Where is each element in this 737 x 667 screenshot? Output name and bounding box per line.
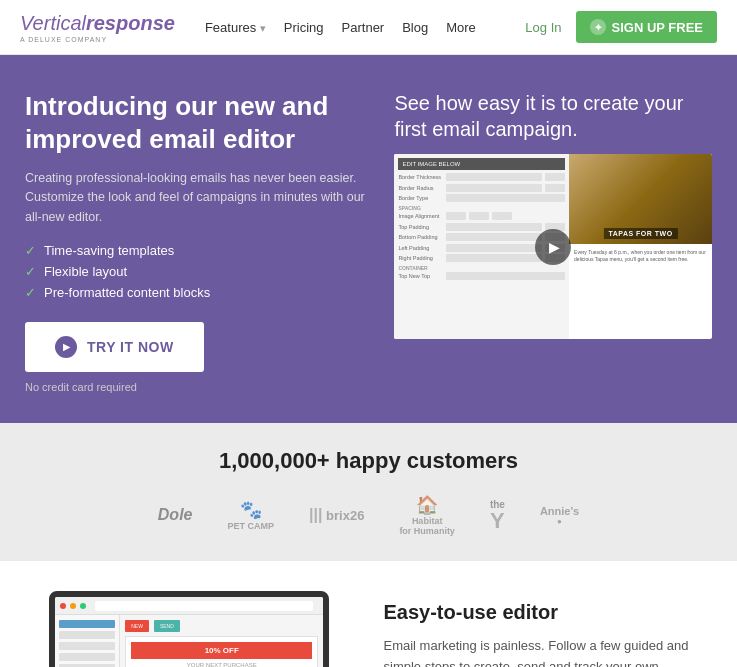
promo-subtext: YOUR NEXT PURCHASE — [131, 662, 312, 667]
brand-ymca: the Y — [490, 498, 505, 532]
screen-url-bar — [95, 601, 313, 611]
nav-right: Log In ✦ SIGN UP FREE — [525, 11, 717, 43]
video-preview[interactable]: EDIT IMAGE BELOW Border Thickness Border… — [394, 154, 712, 339]
habitat-icon: 🏠 — [416, 494, 438, 516]
editor-label-6: Bottom Padding — [398, 234, 443, 240]
feature-label-1: Time-saving templates — [44, 243, 174, 258]
video-play-overlay[interactable] — [535, 229, 571, 265]
promo-block: 10% OFF — [131, 642, 312, 659]
feature-description: Email marketing is painless. Follow a fe… — [384, 636, 713, 667]
laptop-screen: NEW SEND 10% OFF YOUR NEXT PURCHASE — [55, 597, 323, 667]
editor-field-1 — [446, 173, 542, 181]
hero-right: See how easy it is to create your first … — [394, 90, 712, 393]
editor-field-4 — [446, 223, 542, 231]
hero-section: Introducing our new and improved email e… — [0, 55, 737, 423]
screen-header — [55, 597, 323, 615]
editor-field-7 — [446, 254, 542, 262]
customers-section: 1,000,000+ happy customers Dole 🐾 PET CA… — [0, 423, 737, 561]
logo-vertical-text: Vertical — [20, 12, 86, 35]
brand-brix: ||| brix26 — [309, 506, 364, 524]
annies-text: Annie's — [540, 505, 579, 517]
editor-label-2: Border Radius — [398, 185, 443, 191]
nav-pricing[interactable]: Pricing — [284, 20, 324, 35]
play-circle-icon — [55, 336, 77, 358]
editor-field-3 — [446, 194, 565, 202]
feature-label-3: Pre-formatted content blocks — [44, 285, 210, 300]
email-body: Every Tuesday at 6 p.m., when you order … — [569, 244, 712, 268]
signup-button[interactable]: ✦ SIGN UP FREE — [576, 11, 717, 43]
main-content-area: 10% OFF YOUR NEXT PURCHASE — [125, 636, 318, 667]
nav-blog[interactable]: Blog — [402, 20, 428, 35]
email-body-text: Every Tuesday at 6 p.m., when you order … — [574, 249, 707, 263]
brand-dole: Dole — [158, 506, 193, 524]
feature-item-2: ✓ Flexible layout — [25, 264, 374, 279]
editor-label-1: Border Thickness — [398, 174, 443, 180]
main-btn-1: NEW — [125, 620, 149, 632]
feature-label-2: Flexible layout — [44, 264, 127, 279]
logo: Vertical response A DELUXE COMPANY — [20, 12, 175, 43]
petcamp-icon: 🐾 — [240, 499, 262, 521]
petcamp-text: PET CAMP — [227, 521, 274, 531]
logo-sub-text: A DELUXE COMPANY — [20, 36, 175, 43]
hero-features-list: ✓ Time-saving templates ✓ Flexible layou… — [25, 243, 374, 300]
sidebar-mock-item-1 — [59, 620, 115, 628]
nav-features[interactable]: Features ▾ — [205, 20, 266, 35]
navbar: Vertical response A DELUXE COMPANY Featu… — [0, 0, 737, 55]
sidebar-mock-item-2 — [59, 631, 115, 639]
brand-logos-row: Dole 🐾 PET CAMP ||| brix26 🏠 Habitatfor … — [20, 494, 717, 536]
editor-label-3: Border Type — [398, 195, 443, 201]
editor-field-sm-4 — [469, 212, 489, 220]
sidebar-mock-item-4 — [59, 653, 115, 661]
annies-circle-icon: ● — [540, 517, 579, 526]
editor-label-8: Right Padding — [398, 255, 443, 261]
email-hero-image: TAPAS FOR TWO — [569, 154, 712, 244]
try-btn-label: TRY IT NOW — [87, 339, 174, 355]
editor-field-sm-2 — [545, 184, 565, 192]
nav-partner[interactable]: Partner — [342, 20, 385, 35]
customers-title: 1,000,000+ happy customers — [20, 448, 717, 474]
habitat-text: Habitatfor Humanity — [399, 516, 455, 536]
check-icon-3: ✓ — [25, 285, 36, 300]
editor-field-sm-5 — [492, 212, 512, 220]
brand-petcamp: 🐾 PET CAMP — [227, 499, 274, 531]
sidebar-mock-item-3 — [59, 642, 115, 650]
screen-sidebar — [55, 615, 120, 667]
feature-text: Easy-to-use editor Email marketing is pa… — [384, 591, 713, 667]
editor-field-sm-3 — [446, 212, 466, 220]
editor-label-9: Top New Top — [398, 273, 443, 279]
editor-section-container: CONTAINER — [398, 265, 565, 271]
brix-bars-icon: ||| — [309, 506, 322, 523]
feature-item-3: ✓ Pre-formatted content blocks — [25, 285, 374, 300]
editor-label-5: Top Padding — [398, 224, 443, 230]
dole-text: Dole — [158, 506, 193, 523]
editor-label-7: Left Padding — [398, 245, 443, 251]
no-credit-card-text: No credit card required — [25, 381, 374, 393]
nav-more[interactable]: More — [446, 20, 476, 35]
screen-dot-red — [60, 603, 66, 609]
editor-field-8 — [446, 272, 565, 280]
feature-heading: Easy-to-use editor — [384, 601, 713, 624]
feature-laptop: NEW SEND 10% OFF YOUR NEXT PURCHASE — [25, 591, 354, 667]
brand-habitat: 🏠 Habitatfor Humanity — [399, 494, 455, 536]
brand-annies: Annie's ● — [540, 505, 579, 526]
features-arrow-icon: ▾ — [260, 22, 266, 34]
editor-header: EDIT IMAGE BELOW — [398, 158, 565, 170]
check-icon-1: ✓ — [25, 243, 36, 258]
editor-label-4: Image Alignment — [398, 213, 443, 219]
hero-description: Creating professional-looking emails has… — [25, 169, 374, 227]
check-icon-2: ✓ — [25, 264, 36, 279]
main-buttons-row: NEW SEND — [125, 620, 318, 632]
hero-see-text: See how easy it is to create your first … — [394, 90, 712, 142]
editor-section-spacing: SPACING — [398, 205, 565, 211]
email-overlay-text: TAPAS FOR TWO — [603, 228, 677, 239]
screen-dot-green — [80, 603, 86, 609]
ymca-y-text: Y — [490, 510, 505, 532]
email-mock: TAPAS FOR TWO Every Tuesday at 6 p.m., w… — [569, 154, 712, 339]
signup-circle-icon: ✦ — [590, 19, 606, 35]
login-link[interactable]: Log In — [525, 20, 561, 35]
screen-dot-yellow — [70, 603, 76, 609]
try-it-now-button[interactable]: TRY IT NOW — [25, 322, 204, 372]
feature-section: NEW SEND 10% OFF YOUR NEXT PURCHASE — [0, 561, 737, 667]
editor-field-sm-1 — [545, 173, 565, 181]
brix-text: brix26 — [326, 508, 364, 523]
